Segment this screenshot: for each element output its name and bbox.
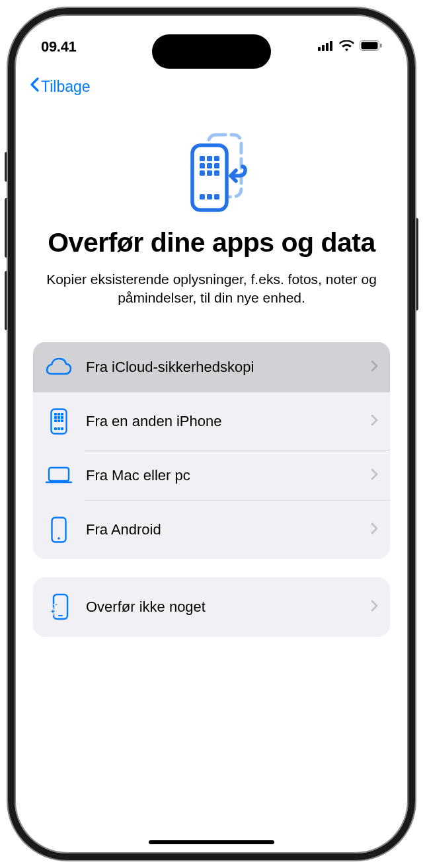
- svg-rect-10: [207, 156, 212, 161]
- option-dont-transfer[interactable]: Overfør ikke noget: [33, 577, 390, 637]
- option-mac-pc[interactable]: Fra Mac eller pc: [33, 451, 390, 501]
- options-section: Fra iCloud-sikkerhedskopi: [15, 308, 408, 637]
- svg-rect-31: [54, 427, 57, 430]
- laptop-icon: [45, 466, 73, 485]
- svg-rect-19: [207, 194, 212, 199]
- svg-rect-22: [54, 413, 57, 416]
- svg-rect-28: [54, 419, 57, 422]
- back-label: Tilbage: [41, 78, 91, 96]
- phone-screen: 09.41: [15, 15, 408, 853]
- svg-rect-27: [61, 416, 63, 419]
- svg-rect-17: [214, 170, 219, 176]
- svg-rect-5: [362, 42, 378, 50]
- option-group-sources: Fra iCloud-sikkerhedskopi: [33, 342, 390, 559]
- option-label: Fra en anden iPhone: [86, 413, 358, 430]
- svg-rect-13: [207, 163, 212, 168]
- svg-rect-12: [200, 163, 205, 168]
- svg-rect-9: [200, 156, 205, 161]
- dynamic-island: [152, 34, 271, 69]
- battery-icon: [360, 40, 382, 54]
- option-icloud-backup[interactable]: Fra iCloud-sikkerhedskopi: [33, 342, 390, 392]
- home-indicator: [149, 840, 274, 844]
- option-label: Fra Mac eller pc: [86, 467, 358, 484]
- phone-blank-icon: [45, 517, 73, 543]
- chevron-right-icon: [371, 360, 378, 375]
- wifi-icon: [339, 40, 354, 54]
- svg-rect-18: [200, 194, 205, 199]
- chevron-left-icon: [29, 77, 40, 96]
- chevron-right-icon: [371, 414, 378, 429]
- svg-rect-14: [214, 163, 219, 168]
- chevron-right-icon: [371, 600, 378, 614]
- chevron-right-icon: [371, 523, 378, 537]
- svg-rect-38: [58, 615, 63, 616]
- svg-point-36: [58, 537, 60, 540]
- option-another-iphone[interactable]: Fra en anden iPhone: [33, 392, 390, 451]
- option-android[interactable]: Fra Android: [33, 501, 390, 559]
- page-title: Overfør dine apps og data: [34, 227, 389, 258]
- svg-rect-29: [58, 419, 60, 422]
- iphone-grid-icon: [45, 408, 73, 435]
- svg-rect-23: [58, 413, 60, 416]
- page-subtitle: Kopier eksisterende oplysninger, f.eks. …: [34, 270, 389, 308]
- cloud-icon: [45, 358, 73, 377]
- svg-rect-15: [200, 170, 205, 176]
- svg-rect-25: [54, 416, 57, 419]
- option-label: Fra Android: [86, 521, 358, 538]
- svg-rect-34: [49, 468, 69, 481]
- status-icons: [318, 40, 382, 54]
- transfer-icon: [34, 128, 389, 214]
- svg-rect-2: [326, 43, 328, 51]
- svg-rect-6: [380, 44, 382, 48]
- option-label: Fra iCloud-sikkerhedskopi: [86, 359, 358, 376]
- svg-rect-30: [61, 419, 63, 422]
- svg-rect-24: [61, 413, 63, 416]
- cellular-icon: [318, 40, 334, 54]
- status-time: 09.41: [41, 38, 77, 55]
- back-button[interactable]: Tilbage: [29, 77, 91, 96]
- svg-rect-3: [330, 41, 332, 51]
- svg-rect-16: [207, 170, 212, 176]
- hero-section: Overfør dine apps og data Kopier eksiste…: [15, 102, 408, 308]
- chevron-right-icon: [371, 468, 378, 483]
- svg-rect-1: [322, 45, 325, 51]
- svg-rect-8: [192, 145, 227, 210]
- svg-rect-11: [214, 156, 219, 161]
- svg-rect-33: [61, 427, 63, 430]
- option-label: Overfør ikke noget: [86, 598, 358, 616]
- phone-sparkle-icon: [45, 593, 73, 621]
- svg-rect-20: [214, 194, 219, 199]
- svg-rect-26: [58, 416, 60, 419]
- svg-rect-0: [318, 47, 321, 51]
- option-group-skip: Overfør ikke noget: [33, 577, 390, 637]
- svg-rect-32: [58, 427, 60, 430]
